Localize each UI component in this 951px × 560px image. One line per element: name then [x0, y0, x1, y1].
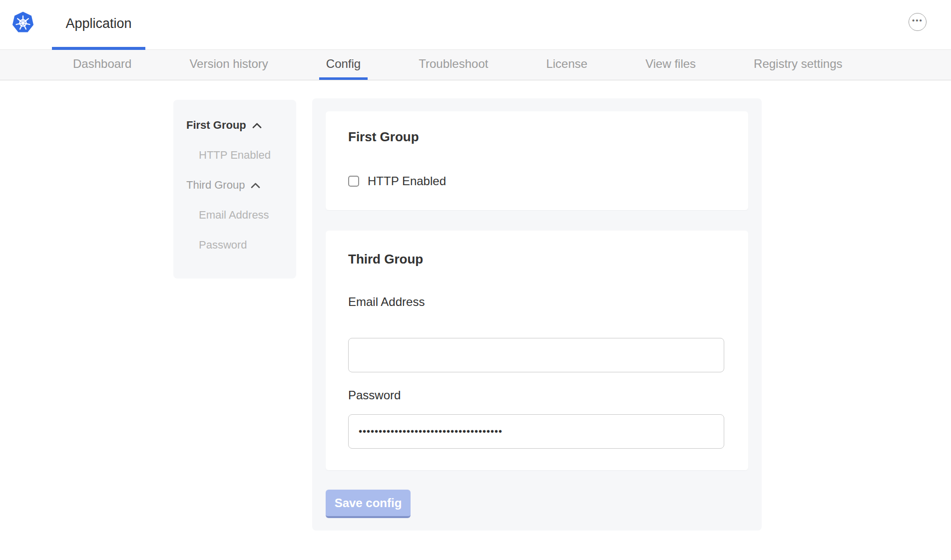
chevron-up-icon [252, 123, 262, 128]
tab-license[interactable]: License [539, 50, 594, 80]
tab-troubleshoot[interactable]: Troubleshoot [412, 50, 495, 80]
overflow-menu-button[interactable]: ••• [909, 13, 927, 31]
ellipsis-icon: ••• [912, 16, 923, 27]
password-label: Password [348, 388, 726, 402]
tab-view-files[interactable]: View files [638, 50, 703, 80]
config-page: First Group HTTP Enabled Third Group Ema… [0, 80, 951, 560]
tab-dashboard[interactable]: Dashboard [66, 50, 138, 80]
http-enabled-label[interactable]: HTTP Enabled [368, 174, 446, 188]
save-config-button[interactable]: Save config [326, 490, 411, 518]
config-outline-sidebar: First Group HTTP Enabled Third Group Ema… [173, 100, 296, 279]
chevron-up-icon [251, 183, 260, 188]
tab-version-history[interactable]: Version history [182, 50, 275, 80]
config-group-third: Third Group Email Address Password [326, 231, 748, 470]
tab-registry-settings[interactable]: Registry settings [747, 50, 849, 80]
kubernetes-logo-icon [11, 11, 34, 34]
group-title-third: Third Group [348, 252, 726, 267]
password-input[interactable] [348, 414, 724, 449]
outline-item-password[interactable]: Password [186, 239, 286, 252]
tab-application[interactable]: Application [52, 0, 145, 50]
outline-item-first-group[interactable]: First Group [186, 119, 286, 132]
email-address-input[interactable] [348, 338, 724, 372]
tab-config[interactable]: Config [319, 50, 368, 80]
email-address-label: Email Address [348, 295, 726, 309]
group-title-first: First Group [348, 129, 726, 144]
app-subnav: Dashboard Version history Config Trouble… [0, 50, 951, 80]
config-form-panel: First Group HTTP Enabled Third Group Ema… [312, 98, 762, 531]
http-enabled-checkbox[interactable] [348, 176, 359, 187]
http-enabled-field: HTTP Enabled [348, 174, 726, 188]
outline-item-email-address[interactable]: Email Address [186, 209, 286, 222]
app-header: Application ••• [0, 0, 951, 50]
app-title: Application [65, 16, 131, 31]
outline-item-http-enabled[interactable]: HTTP Enabled [186, 149, 286, 162]
outline-item-third-group[interactable]: Third Group [186, 179, 286, 192]
config-group-first: First Group HTTP Enabled [326, 111, 748, 210]
